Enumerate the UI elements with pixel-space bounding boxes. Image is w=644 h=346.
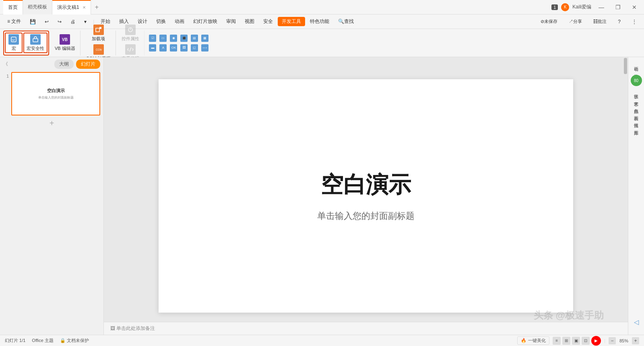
listbox-control[interactable]: ▤ — [190, 34, 199, 42]
menu-chazhao[interactable]: 🔍查找 — [334, 16, 358, 27]
ribbon: M 宏 宏安全性 VB VB 编辑器 加载项 — [0, 29, 644, 57]
slide-list-item[interactable]: 1 空白演示 单击输入您的封面副标题 — [3, 72, 100, 115]
right-panel: 动画 切换 80 形状 艺术字 颜色 图表 属性 图库 ◁ — [628, 57, 644, 335]
panel-collapse-button[interactable]: 《 — [3, 61, 8, 68]
chart-panel-item[interactable]: 图表 — [632, 109, 641, 116]
addins-button[interactable]: 加载项 — [89, 24, 107, 43]
tab-home-label: 首页 — [8, 4, 18, 11]
zoom-controls: ≡ ⊞ ▣ ⊡ ▶ | − 85% + — [553, 336, 639, 346]
maximize-button[interactable]: ❐ — [611, 4, 625, 10]
menu-qiehuan[interactable]: 切换 — [152, 16, 170, 27]
right-panel-arrow[interactable]: ◁ — [628, 317, 644, 327]
file-menu[interactable]: ≡ 文件 — [3, 16, 25, 27]
macro-security-button[interactable]: 宏安全性 — [23, 33, 47, 53]
add-slide-button[interactable]: + — [50, 119, 54, 128]
transition-panel-item[interactable]: 切换 — [632, 68, 641, 74]
slide-list: 1 空白演示 单击输入您的封面副标题 + — [0, 69, 103, 335]
addins-label: 加载项 — [92, 36, 105, 42]
user-avatar-icon: K — [561, 3, 569, 11]
menu-shenhe[interactable]: 审阅 — [222, 16, 240, 27]
more-button[interactable]: ⋮ — [628, 17, 641, 26]
slide-subtitle[interactable]: 单击输入您的封面副标题 — [317, 210, 415, 222]
button-control[interactable]: OK — [169, 44, 178, 52]
menu-shitu[interactable]: 视图 — [241, 16, 258, 27]
view-btn-list[interactable]: ≡ — [553, 337, 561, 345]
color-panel-item[interactable]: 颜色 — [632, 102, 641, 109]
comment-button[interactable]: ☷批注 — [589, 17, 611, 26]
menu-anquan[interactable]: 安全 — [259, 16, 277, 27]
canvas-area[interactable]: 空白演示 单击输入您的封面副标题 🖼 单击此处添加备注 — [104, 57, 628, 335]
status-right: 头条 @极速手助 🔥 一键美化 ≡ ⊞ ▣ ⊡ ▶ | − 85% + — [517, 336, 639, 346]
outline-tab[interactable]: 大纲 — [54, 60, 74, 69]
view-btn-normal[interactable]: ▣ — [572, 337, 580, 345]
close-button[interactable]: ✕ — [628, 4, 641, 10]
tab-home[interactable]: 首页 — [3, 0, 23, 14]
menu-kaifagongju[interactable]: 开发工具 — [278, 17, 305, 26]
slide-main-title[interactable]: 空白演示 — [321, 170, 411, 200]
unsaved-button[interactable]: ⊘未保存 — [537, 17, 561, 26]
macro-button[interactable]: M 宏 — [5, 33, 23, 53]
library-panel-item[interactable]: 图库 — [632, 124, 641, 130]
one-click-beautify-button[interactable]: 🔥 一键美化 — [517, 336, 549, 345]
svg-rect-2 — [33, 39, 38, 42]
settings-panel-item[interactable]: 设置 — [632, 328, 641, 335]
more-controls[interactable]: ⋯ — [200, 44, 210, 52]
scrollbar-control[interactable]: ▬ — [148, 44, 157, 52]
textbox-control[interactable]: ▭ — [158, 34, 168, 42]
control-properties-button: 控件属性 — [119, 24, 142, 43]
shape-panel-item[interactable]: 形状 — [632, 88, 641, 94]
controls-group: 控件属性 查看代码 — [117, 31, 144, 56]
title-bar: 首页 稻壳模板 演示文稿1 ✕ + 1 K Kaili爱编 — ❐ ✕ — [0, 0, 644, 14]
combobox-control[interactable]: ▦ — [200, 34, 210, 42]
macro-label: 宏 — [12, 45, 16, 51]
toggle-control[interactable]: ◱ — [190, 44, 199, 52]
animation-panel-item[interactable]: 动画 — [632, 60, 641, 67]
share-button[interactable]: ↗分享 — [565, 17, 586, 26]
main-area: 《 大纲 幻灯片 1 空白演示 单击输入您的封面副标题 + 空白演示 — [0, 57, 644, 335]
spin-control[interactable]: ⬛ — [179, 34, 189, 42]
print-button[interactable]: 🖨 — [66, 17, 79, 26]
macro-ribbon-group: M 宏 宏安全性 — [3, 31, 49, 56]
undo-button[interactable]: ↩ — [41, 17, 53, 26]
view-btn-grid[interactable]: ⊞ — [562, 337, 570, 345]
status-bar: 幻灯片 1/1 Office 主题 🔒 文档未保护 头条 @极速手助 🔥 一键美… — [0, 335, 644, 346]
property-panel-item[interactable]: 属性 — [632, 117, 641, 123]
zoom-in-button[interactable]: + — [632, 337, 639, 344]
arttext-panel-item[interactable]: 艺术字 — [632, 95, 641, 101]
minimize-button[interactable]: — — [594, 4, 608, 10]
slide-canvas[interactable]: 空白演示 单击输入您的封面副标题 — [159, 79, 573, 313]
slide-info: 幻灯片 1/1 — [5, 338, 25, 344]
user-name: Kaili爱编 — [572, 4, 591, 10]
image-control[interactable]: 🖼 — [179, 44, 189, 52]
menu-fanying[interactable]: 幻灯片放映 — [189, 16, 221, 27]
theme-info: Office 主题 — [32, 338, 54, 344]
tab-doc[interactable]: 演示文稿1 ✕ — [52, 0, 91, 14]
title-bar-right: 1 K Kaili爱编 — ❐ ✕ — [551, 3, 641, 11]
label-control[interactable]: A — [158, 44, 168, 52]
zoom-out-button[interactable]: − — [609, 337, 616, 344]
status-left: 幻灯片 1/1 Office 主题 🔒 文档未保护 — [5, 338, 89, 344]
save-icon[interactable]: 💾 — [26, 17, 40, 26]
vb-editor-button[interactable]: VB VB 编辑器 — [52, 33, 78, 52]
tab-template[interactable]: 稻壳模板 — [23, 0, 52, 14]
slides-tab[interactable]: 幻灯片 — [76, 60, 100, 69]
redo-button[interactable]: ↪ — [54, 17, 66, 26]
help-button[interactable]: ? — [614, 17, 625, 26]
add-tab-button[interactable]: + — [91, 4, 103, 11]
slide-thumb-subtitle: 单击输入您的封面副标题 — [38, 95, 74, 100]
play-slideshow-button[interactable]: ▶ — [591, 336, 601, 346]
zoom-value: 85% — [617, 338, 630, 343]
vertical-scrollbar[interactable] — [623, 57, 628, 322]
menu-donghua[interactable]: 动画 — [171, 16, 188, 27]
menu-tese[interactable]: 特色功能 — [306, 16, 333, 27]
notes-bar[interactable]: 🖼 单击此处添加备注 — [104, 322, 628, 335]
add-note-label[interactable]: 🖼 单击此处添加备注 — [110, 325, 155, 332]
view-btn-reading[interactable]: ⊡ — [582, 337, 590, 345]
checkbox-control[interactable]: ☑ — [148, 34, 157, 42]
close-tab-icon[interactable]: ✕ — [83, 5, 86, 10]
control-properties-label: 控件属性 — [122, 36, 139, 42]
zoom-separator: | — [604, 338, 605, 343]
radio-control[interactable]: ◉ — [169, 34, 178, 42]
slide-thumbnail[interactable]: 空白演示 单击输入您的封面副标题 — [11, 72, 100, 115]
vb-editor-group: VB VB 编辑器 — [50, 31, 80, 56]
